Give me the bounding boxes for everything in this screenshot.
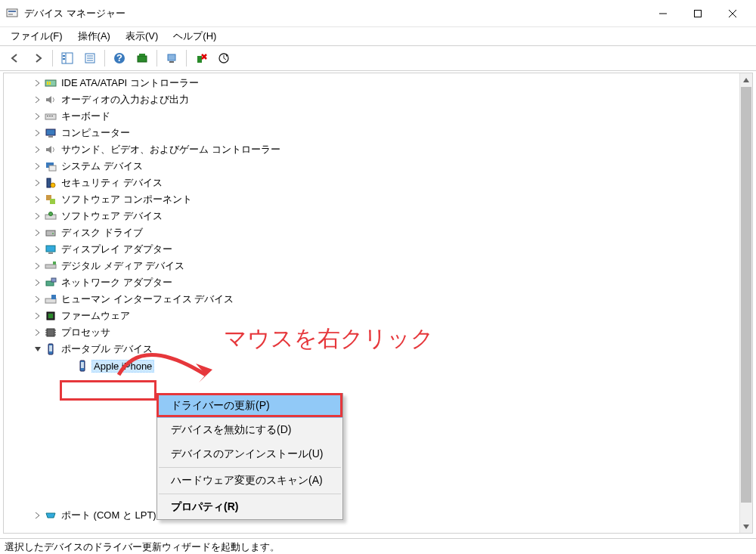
status-text: 選択したデバイスのドライバー更新ウィザードを起動します。	[5, 541, 280, 552]
expand-icon[interactable]	[33, 244, 43, 255]
tree-node-ide-atapi[interactable]: IDE ATA/ATAPI コントローラー	[4, 75, 752, 91]
menu-item-properties[interactable]: プロパティ(R)	[157, 495, 342, 519]
menu-item-disable-device[interactable]: デバイスを無効にする(D)	[157, 418, 342, 442]
expand-icon[interactable]	[33, 510, 43, 521]
toolbar-separator	[52, 50, 53, 67]
expand-icon[interactable]	[33, 78, 43, 88]
tree-node-computer[interactable]: コンピューター	[4, 125, 752, 141]
back-button[interactable]	[5, 48, 26, 69]
svg-rect-18	[139, 54, 145, 56]
tree-node-system-devices[interactable]: システム デバイス	[4, 158, 752, 175]
expand-icon[interactable]	[33, 144, 43, 155]
tree-node-software-components[interactable]: ソフトウェア コンポーネント	[4, 191, 752, 208]
disk-icon	[45, 227, 57, 239]
menu-help[interactable]: ヘルプ(H)	[166, 28, 224, 45]
collapse-icon[interactable]	[33, 344, 43, 354]
tree-node-firmware[interactable]: ファームウェア	[4, 308, 752, 324]
tree-node-hid[interactable]: ヒューマン インターフェイス デバイス	[4, 291, 752, 308]
tree-node-label: システム デバイス	[60, 159, 144, 173]
scan-hardware-button[interactable]	[132, 48, 153, 69]
menu-item-uninstall-device[interactable]: デバイスのアンインストール(U)	[157, 442, 342, 466]
svg-rect-44	[45, 265, 56, 268]
update-driver-button[interactable]	[161, 48, 182, 69]
svg-rect-62	[81, 362, 84, 368]
expand-icon[interactable]	[33, 94, 43, 105]
tree-node-security-devices[interactable]: セキュリティ デバイス	[4, 175, 752, 191]
menu-item-scan-hardware[interactable]: ハードウェア変更のスキャン(A)	[157, 469, 342, 493]
svg-point-35	[51, 183, 55, 187]
properties-button[interactable]	[79, 48, 101, 69]
menu-item-update-driver[interactable]: ドライバーの更新(P)	[157, 394, 342, 418]
svg-rect-43	[48, 252, 53, 254]
expand-icon[interactable]	[33, 311, 43, 321]
app-icon	[6, 8, 18, 20]
tree-node-label: ディスク ドライブ	[60, 226, 144, 240]
tree-node-network-adapters[interactable]: ネットワーク アダプター	[4, 274, 752, 291]
scroll-up-icon[interactable]	[740, 73, 752, 86]
svg-rect-17	[138, 56, 147, 62]
forward-button[interactable]	[27, 48, 48, 69]
menu-file[interactable]: ファイル(F)	[3, 28, 70, 45]
minimize-button[interactable]	[646, 2, 680, 25]
tree-node-label: コンピューター	[60, 126, 132, 140]
scroll-down-icon[interactable]	[740, 520, 752, 533]
uninstall-device-button[interactable]	[191, 48, 212, 69]
svg-rect-26	[45, 114, 56, 119]
expand-icon[interactable]	[33, 211, 43, 221]
menu-action[interactable]: 操作(A)	[70, 28, 118, 45]
disable-device-button[interactable]	[213, 48, 234, 69]
svg-rect-30	[46, 129, 55, 135]
controller-icon	[45, 77, 57, 89]
device-tree-panel: IDE ATA/ATAPI コントローラー オーディオの入力および出力 キーボー…	[3, 73, 753, 534]
tree-node-label: ポート (COM と LPT)	[60, 509, 158, 522]
tree-node-label: ソフトウェア コンポーネント	[60, 193, 194, 206]
svg-rect-24	[47, 82, 48, 85]
tree-node-label: ポータブル デバイス	[60, 342, 154, 356]
toolbar-separator	[186, 50, 187, 67]
status-bar: 選択したデバイスのドライバー更新ウィザードを起動します。	[0, 538, 756, 553]
menu-bar: ファイル(F) 操作(A) 表示(V) ヘルプ(H)	[0, 27, 756, 45]
svg-rect-29	[51, 116, 53, 116]
expand-icon[interactable]	[33, 161, 43, 172]
tree-node-keyboard[interactable]: キーボード	[4, 108, 752, 125]
display-icon	[45, 243, 57, 255]
svg-rect-60	[49, 345, 52, 351]
tree-node-digital-media[interactable]: デジタル メディア デバイス	[4, 258, 752, 274]
expand-icon[interactable]	[33, 128, 43, 138]
svg-rect-40	[46, 231, 55, 236]
show-hide-tree-button[interactable]	[57, 48, 78, 69]
tree-node-disk-drives[interactable]: ディスク ドライブ	[4, 224, 752, 241]
expand-icon[interactable]	[33, 294, 43, 305]
svg-rect-21	[197, 56, 202, 63]
expand-icon[interactable]	[33, 178, 43, 188]
svg-rect-47	[51, 278, 56, 282]
expand-icon[interactable]	[33, 194, 43, 205]
svg-rect-2	[8, 14, 13, 15]
tree-node-ports-com-lpt[interactable]: ポート (COM と LPT)	[4, 507, 752, 524]
tree-node-display-adapters[interactable]: ディスプレイ アダプター	[4, 241, 752, 258]
expand-icon[interactable]	[33, 327, 43, 338]
close-button[interactable]	[715, 2, 750, 25]
tree-node-label: セキュリティ デバイス	[60, 176, 164, 190]
svg-rect-10	[63, 58, 65, 60]
tree-node-processors[interactable]: プロセッサ	[4, 324, 752, 341]
svg-rect-28	[49, 116, 51, 116]
vertical-scrollbar[interactable]	[739, 73, 752, 533]
maximize-button[interactable]	[680, 2, 715, 25]
svg-rect-0	[7, 9, 17, 17]
tree-node-software-devices[interactable]: ソフトウェア デバイス	[4, 208, 752, 224]
menu-separator	[159, 494, 341, 494]
help-button[interactable]: ?	[109, 48, 130, 69]
scrollbar-thumb[interactable]	[741, 87, 751, 503]
tree-node-portable-devices[interactable]: ポータブル デバイス	[4, 341, 752, 357]
svg-rect-33	[49, 166, 56, 171]
expand-icon[interactable]	[33, 111, 43, 122]
menu-view[interactable]: 表示(V)	[118, 28, 166, 45]
tree-node-apple-iphone[interactable]: Apple iPhone	[4, 357, 752, 374]
tree-node-sound-video[interactable]: サウンド、ビデオ、およびゲーム コントローラー	[4, 141, 752, 158]
device-tree[interactable]: IDE ATA/ATAPI コントローラー オーディオの入力および出力 キーボー…	[4, 73, 752, 525]
tree-node-audio[interactable]: オーディオの入力および出力	[4, 91, 752, 108]
expand-icon[interactable]	[33, 227, 43, 238]
expand-icon[interactable]	[33, 277, 43, 288]
expand-icon[interactable]	[33, 261, 43, 271]
